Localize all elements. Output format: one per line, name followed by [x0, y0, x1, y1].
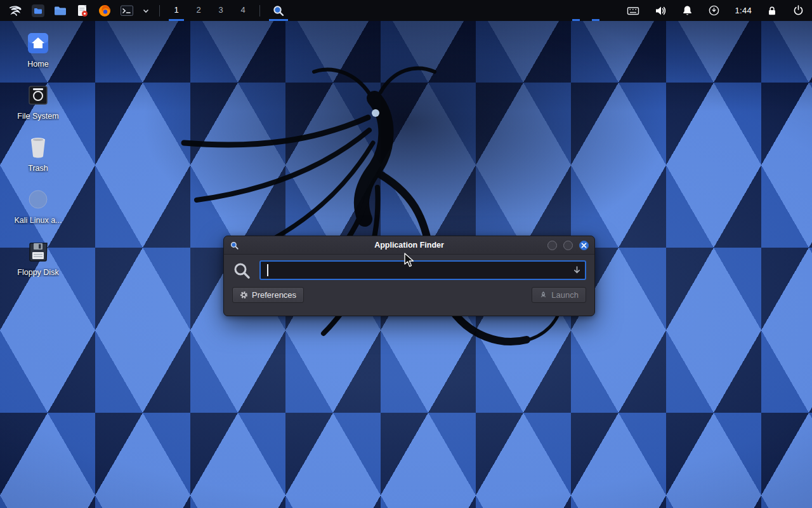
gear-icon: [240, 291, 248, 299]
close-button[interactable]: [579, 241, 589, 250]
desktop-icon-label: Kali Linux a...: [14, 216, 62, 225]
firefox-icon: [98, 4, 112, 18]
trash-icon: [27, 136, 49, 159]
search-icon: [272, 4, 285, 17]
keyboard-layout-button[interactable]: [624, 0, 642, 21]
desktop-screen: 1 2 3 4: [0, 0, 812, 508]
rocket-icon: [539, 291, 547, 299]
panel-separator: [259, 5, 260, 17]
panel-tray: 1:44: [624, 0, 807, 21]
launcher-firefox[interactable]: [95, 0, 114, 21]
home-icon: [26, 31, 50, 55]
arrow-down-icon[interactable]: [572, 265, 582, 275]
maximize-button[interactable]: [563, 241, 573, 250]
folder-icon: [53, 4, 67, 18]
lock-screen-button[interactable]: [764, 0, 780, 21]
application-finder-window: Application Finder: [223, 236, 595, 316]
desktop-icon-label: Floppy Disk: [17, 268, 58, 277]
launch-label: Launch: [551, 290, 579, 300]
top-panel: 1 2 3 4: [0, 0, 812, 21]
preferences-label: Preferences: [252, 290, 296, 300]
search-icon-large: [232, 261, 251, 280]
launcher-text-editor[interactable]: [73, 0, 92, 21]
filesystem-icon: [27, 84, 49, 107]
launcher-folder[interactable]: [51, 0, 70, 21]
desktop-icon-label: File System: [17, 112, 58, 121]
launch-button[interactable]: Launch: [532, 287, 586, 303]
chevron-down-icon: [142, 7, 150, 15]
updates-button[interactable]: [705, 0, 723, 21]
kali-dragon-logo: [171, 54, 577, 371]
window-indicator: [572, 19, 580, 21]
workspace-3[interactable]: 3: [211, 0, 230, 21]
files-app-icon: [31, 4, 45, 18]
lock-icon: [766, 5, 778, 17]
desktop-icon-kali-linux[interactable]: Kali Linux a...: [8, 187, 69, 225]
document-icon: [75, 4, 89, 18]
workspace-4[interactable]: 4: [233, 0, 252, 21]
desktop-icon-filesystem[interactable]: File System: [8, 83, 69, 121]
window-title: Application Finder: [224, 241, 594, 250]
launcher-file-manager[interactable]: [29, 0, 48, 21]
minimize-button[interactable]: [547, 241, 557, 250]
notifications-button[interactable]: [679, 0, 696, 21]
desktop-icon-label: Trash: [28, 164, 48, 173]
launcher-terminal[interactable]: [117, 0, 136, 21]
search-input[interactable]: [259, 260, 586, 280]
desktop-icon-list: Home File System Trash: [8, 30, 69, 291]
update-icon: [708, 4, 720, 17]
window-indicator: [592, 19, 599, 21]
dragon-eye: [372, 109, 379, 117]
panel-separator: [159, 5, 160, 17]
power-icon: [792, 4, 804, 17]
keyboard-icon: [627, 4, 639, 17]
terminal-icon: [120, 4, 134, 18]
workspace-1[interactable]: 1: [167, 0, 186, 21]
desktop-icon-home[interactable]: Home: [8, 30, 69, 69]
window-search-icon: [230, 241, 239, 250]
text-caret: [267, 264, 268, 276]
logout-button[interactable]: [790, 0, 807, 21]
volume-icon: [654, 4, 667, 17]
floppy-icon: [27, 240, 49, 263]
mouse-cursor: [403, 253, 417, 268]
clock[interactable]: 1:44: [732, 0, 754, 21]
terminal-dropdown-button[interactable]: [140, 0, 152, 21]
workspace-2[interactable]: 2: [189, 0, 208, 21]
desktop-icon-trash[interactable]: Trash: [8, 135, 69, 173]
taskbar-application-finder[interactable]: [267, 0, 290, 21]
kali-menu-button[interactable]: [5, 0, 25, 21]
preferences-button[interactable]: Preferences: [232, 287, 304, 303]
kali-folder-icon: [27, 188, 49, 211]
notifications-bell-icon: [681, 4, 693, 17]
close-icon: [581, 243, 587, 248]
desktop-icon-label: Home: [27, 60, 48, 69]
volume-button[interactable]: [652, 0, 669, 21]
kali-logo-icon: [8, 3, 23, 18]
title-bar[interactable]: Application Finder: [224, 236, 594, 255]
desktop-icon-floppy[interactable]: Floppy Disk: [8, 239, 69, 277]
